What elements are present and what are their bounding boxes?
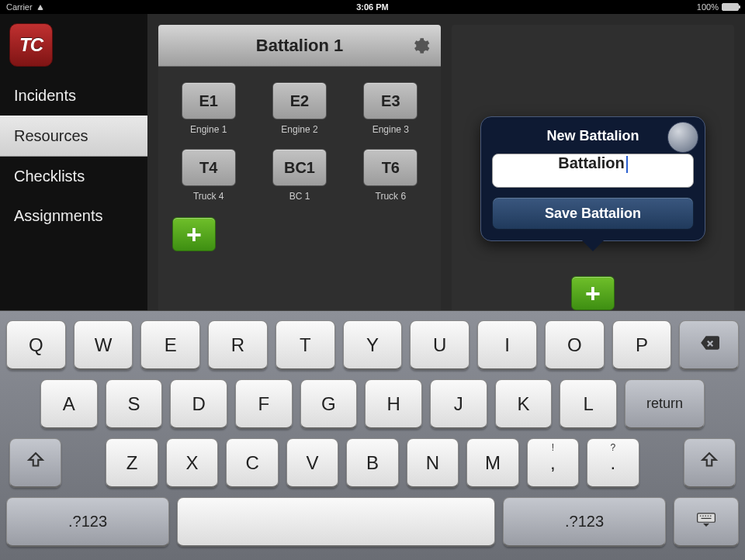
wifi-icon <box>37 5 43 10</box>
key-y[interactable]: Y <box>343 320 403 370</box>
key-x[interactable]: X <box>166 438 218 488</box>
key-k[interactable]: K <box>495 379 553 429</box>
key-e[interactable]: E <box>140 320 200 370</box>
text-cursor <box>626 156 628 173</box>
battalion-title: Battalion 1 <box>256 36 343 56</box>
key-s[interactable]: S <box>106 379 163 429</box>
key-v[interactable]: V <box>286 438 338 488</box>
popover-title-text: New Battalion <box>546 128 639 143</box>
unit-label-e1: Engine 1 <box>190 124 227 135</box>
status-left: Carrier <box>6 2 43 12</box>
add-unit-button[interactable]: + <box>172 217 216 251</box>
key-period[interactable]: ? . <box>587 438 639 488</box>
unit-tile-e3[interactable]: E3 <box>363 82 418 119</box>
key-period-main: . <box>611 452 616 474</box>
unit-label-e2: Engine 2 <box>281 124 317 135</box>
key-q[interactable]: Q <box>6 320 66 370</box>
unit-tile-t6[interactable]: T6 <box>363 149 418 186</box>
app-body: TC Incidents Resources Checklists Assign… <box>0 14 745 310</box>
key-hide-keyboard[interactable] <box>674 497 739 547</box>
battalion-name-input[interactable]: Battalion <box>492 154 694 188</box>
new-battalion-panel: New Battalion Battalion Save Battalion + <box>452 25 734 310</box>
unit-tile-bc1[interactable]: BC1 <box>272 149 327 186</box>
clock: 3:06 PM <box>356 2 389 12</box>
carrier-label: Carrier <box>6 2 33 12</box>
save-battalion-button[interactable]: Save Battalion <box>492 197 694 230</box>
nav-item-assignments[interactable]: Assignments <box>0 196 147 236</box>
key-numswitch-left[interactable]: .?123 <box>6 497 169 547</box>
key-b[interactable]: B <box>346 438 398 488</box>
unit-tile-e1[interactable]: E1 <box>182 82 236 119</box>
unit-tile-t4[interactable]: T4 <box>182 149 236 186</box>
key-i[interactable]: I <box>477 320 537 370</box>
unit-t6: T6 Truck 6 <box>355 149 427 202</box>
popover-title: New Battalion <box>492 128 694 154</box>
key-comma-alt: ! <box>552 442 554 453</box>
key-comma[interactable]: ! , <box>527 438 579 488</box>
key-h[interactable]: H <box>365 379 422 429</box>
key-z[interactable]: Z <box>106 438 158 488</box>
key-r[interactable]: R <box>208 320 268 370</box>
key-numswitch-right[interactable]: .?123 <box>503 497 666 547</box>
battalion-panel-header: Battalion 1 <box>158 25 441 67</box>
unit-e1: E1 Engine 1 <box>172 82 244 135</box>
key-d[interactable]: D <box>170 379 227 429</box>
key-u[interactable]: U <box>410 320 470 370</box>
battery-percent: 100% <box>697 2 719 12</box>
backspace-icon <box>699 333 719 358</box>
unit-label-e3: Engine 3 <box>372 124 409 135</box>
key-w[interactable]: W <box>74 320 133 370</box>
keyboard-row-1: Q W E R T Y U I O P <box>6 320 739 370</box>
key-t[interactable]: T <box>275 320 335 370</box>
content: Battalion 1 E1 Engine 1 E2 Engine 2 E3 E… <box>147 14 745 310</box>
status-right: 100% <box>697 2 739 12</box>
unit-label-t4: Truck 4 <box>193 191 224 202</box>
key-g[interactable]: G <box>300 379 358 429</box>
app-logo-text: TC <box>19 34 43 56</box>
key-shift-left[interactable] <box>9 438 61 488</box>
battery-icon <box>722 3 739 11</box>
battalion-panel: Battalion 1 E1 Engine 1 E2 Engine 2 E3 E… <box>158 25 441 310</box>
key-c[interactable]: C <box>226 438 278 488</box>
key-a[interactable]: A <box>40 379 98 429</box>
key-l[interactable]: L <box>560 379 617 429</box>
nav-item-resources[interactable]: Resources <box>0 116 147 157</box>
sidebar: TC Incidents Resources Checklists Assign… <box>0 14 147 310</box>
keyboard-row-4: .?123 .?123 <box>6 497 739 547</box>
gear-icon[interactable] <box>410 36 430 56</box>
key-f[interactable]: F <box>235 379 293 429</box>
key-period-alt: ? <box>611 442 616 453</box>
unit-bc1: BC1 BC 1 <box>263 149 335 202</box>
svg-rect-0 <box>698 513 716 521</box>
key-p[interactable]: P <box>612 320 672 370</box>
close-icon[interactable] <box>667 122 698 153</box>
nav-item-checklists[interactable]: Checklists <box>0 157 147 196</box>
onscreen-keyboard: Q W E R T Y U I O P A S D F G H J K L re… <box>0 310 745 560</box>
app-logo[interactable]: TC <box>9 23 53 67</box>
unit-tile-e2[interactable]: E2 <box>272 82 327 119</box>
shift-icon <box>26 451 46 475</box>
unit-t4: T4 Truck 4 <box>172 149 244 202</box>
status-bar: Carrier 3:06 PM 100% <box>0 0 745 14</box>
key-comma-main: , <box>550 452 556 474</box>
key-n[interactable]: N <box>407 438 459 488</box>
shift-icon <box>699 451 719 475</box>
keyboard-row-3: Z X C V B N M ! , ? . <box>6 438 739 488</box>
unit-e2: E2 Engine 2 <box>263 82 335 135</box>
key-o[interactable]: O <box>545 320 605 370</box>
key-backspace[interactable] <box>679 320 739 370</box>
unit-label-t6: Truck 6 <box>376 191 407 202</box>
key-j[interactable]: J <box>430 379 487 429</box>
nav-item-incidents[interactable]: Incidents <box>0 76 147 116</box>
key-space[interactable] <box>177 497 495 547</box>
key-return[interactable]: return <box>625 379 705 429</box>
key-shift-right[interactable] <box>684 438 736 488</box>
add-battalion-button[interactable]: + <box>571 276 615 310</box>
unit-label-bc1: BC 1 <box>289 191 310 202</box>
battalion-name-value: Battalion <box>558 154 625 171</box>
unit-grid: E1 Engine 1 E2 Engine 2 E3 Engine 3 T4 T… <box>158 67 441 209</box>
unit-e3: E3 Engine 3 <box>355 82 427 135</box>
hide-keyboard-icon <box>696 510 716 534</box>
keyboard-row-2: A S D F G H J K L return <box>6 379 739 429</box>
key-m[interactable]: M <box>466 438 518 488</box>
